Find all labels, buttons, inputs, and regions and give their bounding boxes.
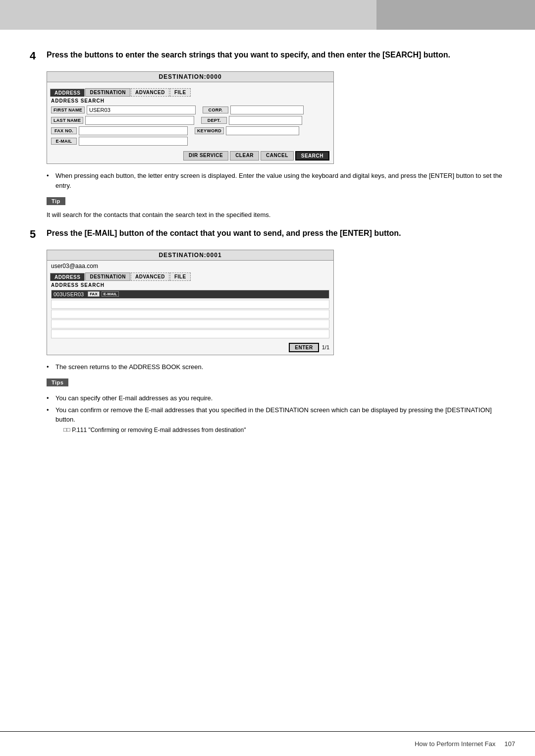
tips2-item-2: • You can confirm or remove the E-mail a… [47, 405, 505, 425]
bullet-dot: • [47, 171, 52, 181]
clear-button[interactable]: CLEAR [230, 151, 259, 161]
result-tag-fax[interactable]: FAX [88, 291, 100, 297]
form-row-firstname: FIRST NAME CORP. [51, 106, 329, 114]
input-lastname[interactable] [85, 116, 194, 125]
label-corp: CORP. [203, 107, 228, 113]
bottom-bar: How to Perform Internet Fax 107 [0, 731, 535, 756]
dialog2-result-list: 003USER03 FAX E-MAIL [47, 289, 333, 341]
ref-link: □□ P.111 "Confirming or removing E-mail … [63, 427, 505, 433]
tip1-text: It will search for the contacts that con… [47, 210, 505, 220]
step4-bullet-text: When pressing each button, the letter en… [55, 171, 505, 190]
top-bar [0, 0, 535, 30]
label-firstname: FIRST NAME [51, 107, 85, 113]
ref-text: P.111 "Confirming or removing E-mail add… [72, 427, 246, 433]
label-dept: DEPT. [201, 117, 227, 124]
form-row-lastname: LAST NAME DEPT. [51, 116, 329, 125]
main-content: 4 Press the buttons to enter the search … [0, 30, 535, 477]
dialog1-search-form: FIRST NAME CORP. LAST NAME DEPT. FAX NO.… [47, 105, 333, 149]
input-corp[interactable] [230, 106, 304, 114]
dialog2-section-label: ADDRESS SEARCH [47, 281, 333, 289]
result-row-5 [51, 329, 329, 338]
step5-number: 5 [30, 228, 42, 241]
cancel-button[interactable]: CANCEL [261, 151, 294, 161]
label-keyword: KEYWORD [195, 127, 224, 134]
form-row-faxno: FAX NO. KEYWORD [51, 126, 329, 135]
label-faxno: FAX NO. [51, 127, 77, 134]
dialog1-actions: DIR SERVICE CLEAR CANCEL SEARCH [47, 149, 333, 163]
step4-bullet: • When pressing each button, the letter … [47, 171, 505, 190]
tip1-label: Tip [47, 197, 65, 205]
tips2-label: Tips [47, 378, 68, 386]
tab-destination-2[interactable]: DESTINATION [85, 272, 130, 281]
input-dept[interactable] [229, 116, 302, 125]
tab-advanced-1[interactable]: ADVANCED [131, 88, 169, 97]
page-indicator: 1/1 [322, 344, 329, 350]
tab-address-2[interactable]: ADDRESS [50, 273, 85, 281]
tab-advanced-2[interactable]: ADVANCED [131, 272, 169, 281]
input-faxno[interactable] [79, 126, 188, 135]
step5-bullet: • The screen returns to the ADDRESS BOOK… [47, 362, 505, 372]
step5-bullet-text: The screen returns to the ADDRESS BOOK s… [55, 362, 203, 372]
dialog1-title: DESTINATION:0000 [47, 72, 333, 82]
step5-block: 5 Press the [E-MAIL] button of the conta… [30, 228, 505, 241]
tab-file-1[interactable]: FILE [170, 88, 191, 97]
step5-bullet-section: • The screen returns to the ADDRESS BOOK… [47, 362, 505, 372]
ref-icon: □□ [63, 427, 70, 432]
input-email[interactable] [79, 137, 188, 146]
tab-address-1[interactable]: ADDRESS [50, 89, 85, 97]
dialog2-footer: ENTER 1/1 [47, 341, 333, 355]
step4-bullet-section: • When pressing each button, the letter … [47, 171, 505, 190]
result-tag-email[interactable]: E-MAIL [102, 291, 119, 297]
dialog2-tabs: ADDRESS DESTINATION ADVANCED FILE [47, 270, 333, 281]
top-bar-right-section [376, 0, 535, 30]
result-text-1: 003USER03 [52, 291, 86, 298]
result-row-2 [51, 300, 329, 309]
enter-button[interactable]: ENTER [289, 343, 319, 352]
bottom-bar-page: 107 [504, 740, 515, 748]
form-row-email: E-MAIL [51, 137, 329, 146]
step4-number: 4 [30, 50, 42, 62]
tips2-item-1: • You can specify other E-mail addresses… [47, 393, 505, 403]
input-firstname[interactable] [87, 106, 196, 114]
dialog1: DESTINATION:0000 ADDRESS DESTINATION ADV… [47, 71, 334, 164]
dialog2-email: user03@aaa.com [47, 261, 333, 270]
bottom-bar-text: How to Perform Internet Fax 107 [415, 740, 515, 748]
step5-heading: Press the [E-MAIL] button of the contact… [47, 228, 401, 239]
tips2-text-1: You can specify other E-mail addresses a… [55, 393, 213, 403]
bullet-dot-2: • [47, 362, 52, 372]
dialog2: DESTINATION:0001 user03@aaa.com ADDRESS … [47, 250, 334, 355]
result-row-3 [51, 310, 329, 319]
search-button[interactable]: SEARCH [295, 151, 329, 161]
tab-file-2[interactable]: FILE [170, 272, 191, 281]
dialog1-section-label: ADDRESS SEARCH [47, 97, 333, 105]
bottom-bar-label: How to Perform Internet Fax [415, 740, 495, 748]
tab-destination-1[interactable]: DESTINATION [85, 88, 130, 97]
result-row-4 [51, 320, 329, 328]
input-keyword[interactable] [226, 126, 299, 135]
dialog2-title: DESTINATION:0001 [47, 250, 333, 261]
tips2-list: • You can specify other E-mail addresses… [47, 393, 505, 433]
tips2-text-2: You can confirm or remove the E-mail add… [55, 405, 505, 425]
step4-heading: Press the buttons to enter the search st… [47, 50, 450, 60]
bullet-dot-3: • [47, 393, 52, 403]
label-lastname: LAST NAME [51, 117, 83, 124]
step4-block: 4 Press the buttons to enter the search … [30, 50, 505, 62]
dialog1-tabs: ADDRESS DESTINATION ADVANCED FILE [47, 86, 333, 97]
label-email: E-MAIL [51, 138, 77, 145]
bullet-dot-4: • [47, 405, 52, 415]
result-row-1[interactable]: 003USER03 FAX E-MAIL [51, 290, 329, 299]
dir-service-button[interactable]: DIR SERVICE [183, 151, 228, 161]
